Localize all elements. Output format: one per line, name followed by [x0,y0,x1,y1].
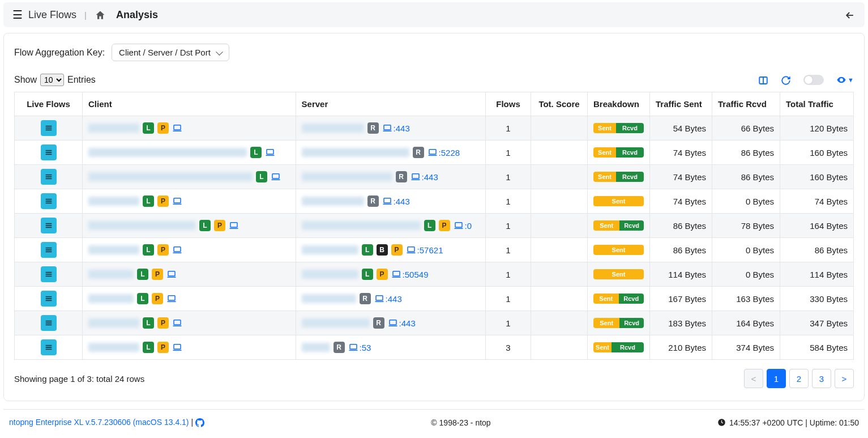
server-host-redacted[interactable] [302,343,330,352]
traffic-sent: 86 Bytes [650,238,712,262]
laptop-icon[interactable] [172,124,182,132]
col-header-score[interactable]: Tot. Score [531,92,588,116]
live-flows-button[interactable] [41,339,57,355]
table-row: LP R :443 1 SentRcvd 167 Bytes 163 Bytes… [15,287,854,311]
server-port-link[interactable]: :443 [382,197,410,206]
server-host-redacted[interactable] [302,245,358,254]
page-button-3[interactable]: 3 [812,369,831,388]
col-header-client[interactable]: Client [83,92,296,116]
client-host-redacted[interactable] [88,270,134,279]
client-host-redacted[interactable] [88,221,196,230]
menu-icon[interactable]: ☰ [12,8,23,22]
refresh-icon[interactable] [781,74,791,86]
col-header-sent[interactable]: Traffic Sent [650,92,712,116]
pagination: < 123 > [744,369,854,388]
live-flows-button[interactable] [41,144,57,160]
server-host-redacted[interactable] [302,221,421,230]
breakdown-bar: Sent [593,245,644,255]
table-row: LP R :443 1 SentRcvd 54 Bytes 66 Bytes 1… [15,116,854,141]
client-host-redacted[interactable] [88,343,139,352]
version-link[interactable]: ntopng Enterprise XL v.5.7.230606 (macOS… [9,418,189,427]
server-port-link[interactable]: :0 [454,221,472,231]
server-port-link[interactable]: :53 [348,343,371,352]
live-flows-button[interactable] [41,120,57,136]
laptop-icon[interactable] [166,270,177,278]
server-host-redacted[interactable] [302,318,370,328]
live-flows-button[interactable] [41,315,57,331]
laptop-icon[interactable] [166,295,177,303]
table-row: L R :443 1 SentRcvd 74 Bytes 86 Bytes 16… [15,165,854,189]
col-header-server[interactable]: Server [296,92,485,116]
page-button-1[interactable]: 1 [767,369,786,388]
server-host-redacted[interactable] [302,197,364,206]
col-header-live[interactable]: Live Flows [15,92,83,116]
laptop-icon[interactable] [271,173,281,181]
server-port-link[interactable]: :57621 [406,245,443,255]
badge-R: R [367,195,379,207]
laptop-icon[interactable] [265,148,275,156]
page-button-2[interactable]: 2 [789,369,809,388]
server-host-redacted[interactable] [302,148,409,157]
client-host-redacted[interactable] [88,318,139,328]
laptop-icon[interactable] [172,197,182,205]
back-arrow-icon[interactable] [844,8,856,22]
flows-count: 1 [486,311,531,335]
home-icon[interactable] [95,8,106,22]
columns-icon[interactable] [758,74,768,86]
badge-P: P [157,342,169,353]
client-cell: LP [88,244,290,256]
live-flows-button[interactable] [41,193,57,209]
score-cell [531,189,588,214]
laptop-icon[interactable] [172,246,182,254]
laptop-icon[interactable] [229,222,239,229]
server-host-redacted[interactable] [302,172,392,181]
svg-rect-6 [384,125,391,130]
svg-rect-25 [230,223,237,227]
server-host-redacted[interactable] [302,294,356,303]
page-size-select[interactable]: 10 [40,74,64,86]
live-flows-button[interactable] [41,242,57,258]
visibility-dropdown[interactable]: ▼ [836,75,854,85]
client-host-redacted[interactable] [88,197,139,206]
flows-count: 1 [486,189,531,214]
client-host-redacted[interactable] [88,294,134,303]
score-cell [531,238,588,262]
aggregation-select[interactable]: Client / Server / Dst Port [112,44,229,61]
svg-rect-41 [376,296,383,300]
server-host-redacted[interactable] [302,270,358,279]
server-port-link[interactable]: :443 [388,318,416,328]
github-icon[interactable] [195,418,204,427]
live-flows-button[interactable] [41,218,57,233]
live-flows-button[interactable] [41,266,57,282]
server-port-link[interactable]: :443 [411,172,438,182]
client-host-redacted[interactable] [88,172,253,181]
client-host-redacted[interactable] [88,148,247,157]
client-host-redacted[interactable] [88,124,139,133]
traffic-total: 164 Bytes [780,214,854,238]
footer-copyright: © 1998-23 - ntop [431,418,490,427]
server-port-link[interactable]: :50549 [391,270,429,279]
svg-rect-26 [455,223,462,227]
traffic-rcvd: 0 Bytes [712,238,780,262]
laptop-icon[interactable] [172,343,182,351]
server-port-link[interactable]: :5228 [427,148,460,158]
traffic-rcvd: 164 Bytes [712,311,780,335]
col-header-flows[interactable]: Flows [486,92,531,116]
page-next-button[interactable]: > [835,369,854,388]
col-header-breakdown[interactable]: Breakdown [588,92,650,116]
server-host-redacted[interactable] [302,124,364,133]
badge-B: B [377,244,388,256]
col-header-total[interactable]: Total Traffic [780,92,854,116]
client-host-redacted[interactable] [88,245,139,254]
autorefresh-toggle[interactable] [803,75,824,85]
live-flows-button[interactable] [41,291,57,307]
page-prev-button[interactable]: < [744,369,763,388]
server-port-link[interactable]: :443 [382,124,410,133]
col-header-rcvd[interactable]: Traffic Rcvd [712,92,780,116]
badge-P: P [157,244,169,256]
live-flows-button[interactable] [41,169,57,185]
svg-rect-15 [272,174,279,178]
traffic-rcvd: 78 Bytes [712,214,780,238]
laptop-icon[interactable] [172,319,182,327]
server-port-link[interactable]: :443 [374,294,402,304]
